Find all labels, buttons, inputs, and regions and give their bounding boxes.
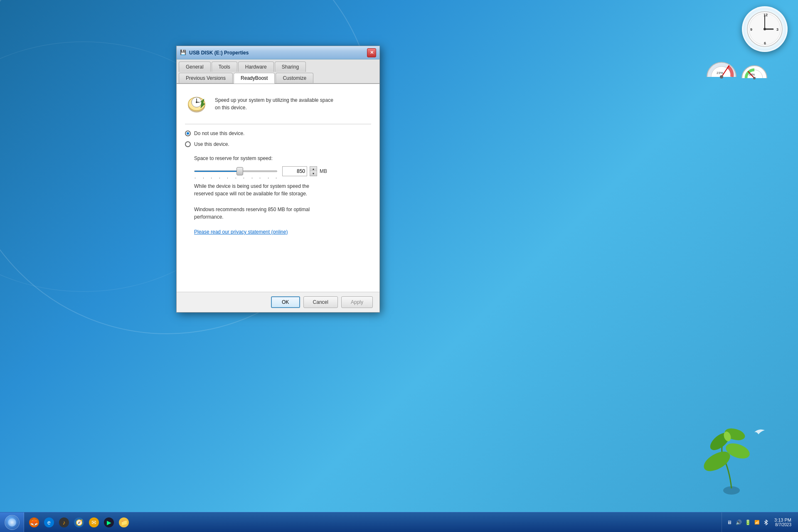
taskbar-icon-winamp[interactable]: ▶ xyxy=(102,516,116,529)
tab-sharing[interactable]: Sharing xyxy=(275,62,306,72)
properties-dialog: 💾 USB DISK (E:) Properties ✕ General Too… xyxy=(176,46,380,313)
slider-thumb[interactable] xyxy=(236,167,243,175)
svg-text:12: 12 xyxy=(764,13,768,17)
taskbar-icon-firefox[interactable]: 🦊 xyxy=(27,516,41,529)
svg-text:98%: 98% xyxy=(749,73,755,76)
svg-point-14 xyxy=(764,28,766,30)
unit-label: MB xyxy=(320,168,327,174)
desktop-background xyxy=(0,0,798,532)
svg-text:23%: 23% xyxy=(717,71,723,75)
spin-down-button[interactable]: ▼ xyxy=(310,171,317,176)
radio-use-device-label: Use this device. xyxy=(194,141,229,147)
radio-use-device[interactable]: Use this device. xyxy=(185,141,371,147)
radio-use-device-button[interactable] xyxy=(185,141,191,147)
taskbar-icon-compass[interactable]: 🧭 xyxy=(72,516,86,529)
svg-point-16 xyxy=(720,75,723,79)
svg-text:3: 3 xyxy=(776,27,778,32)
dialog-content: Speed up your system by utilizing the av… xyxy=(177,84,379,292)
start-orb-inner xyxy=(8,518,16,527)
start-orb xyxy=(5,515,20,530)
system-tray: 🖥 🔊 🔋 📶 3:13 PM 8/7/2023 xyxy=(722,512,798,532)
dialog-footer: OK Cancel Apply xyxy=(177,292,379,312)
radio-do-not-use-label: Do not use this device. xyxy=(194,131,244,136)
space-label: Space to reserve for system speed: xyxy=(194,155,371,161)
clock-tray[interactable]: 3:13 PM 8/7/2023 xyxy=(772,517,794,527)
taskbar-icon-mail[interactable]: ✉ xyxy=(87,516,101,529)
tab-hardware[interactable]: Hardware xyxy=(238,62,274,72)
readyboost-header: Speed up your system by utilizing the av… xyxy=(185,92,371,116)
slider-rail xyxy=(194,170,277,172)
tab-customize[interactable]: Customize xyxy=(276,73,313,83)
taskbar-icons: 🦊 e ♪ 🧭 ✉ ▶ 📁 xyxy=(24,516,134,529)
radio-group: Do not use this device. Use this device. xyxy=(185,131,371,147)
radio-do-not-use-button[interactable] xyxy=(185,131,191,136)
taskbar: 🦊 e ♪ 🧭 ✉ ▶ 📁 🖥 🔊 🔋 📶 xyxy=(0,512,798,532)
slider-track[interactable] xyxy=(194,167,277,175)
svg-text:9: 9 xyxy=(750,27,752,32)
svg-text:6: 6 xyxy=(764,41,766,45)
clock-widget: 12 3 6 9 xyxy=(742,6,788,52)
tab-previous-versions[interactable]: Previous Versions xyxy=(179,73,233,83)
tray-network-bars[interactable]: 📶 xyxy=(754,519,760,526)
ok-button[interactable]: OK xyxy=(271,296,300,308)
readyboost-icon xyxy=(185,92,208,116)
taskbar-icon-explorer[interactable]: 📁 xyxy=(117,516,131,529)
value-input[interactable] xyxy=(282,166,307,176)
svg-point-27 xyxy=(196,101,197,103)
info-text-storage: While the device is being used for syste… xyxy=(194,182,362,197)
tray-time: 3:13 PM xyxy=(774,517,791,522)
spin-buttons[interactable]: ▲ ▼ xyxy=(310,166,317,176)
radio-do-not-use[interactable]: Do not use this device. xyxy=(185,131,371,136)
cancel-button[interactable]: Cancel xyxy=(303,296,338,308)
taskbar-icon-ie[interactable]: e xyxy=(42,516,56,529)
value-input-group[interactable]: ▲ ▼ MB xyxy=(282,166,327,176)
tray-network-icon[interactable]: 🖥 xyxy=(726,519,733,526)
tray-battery-icon[interactable]: 🔋 xyxy=(744,519,751,526)
plant-decoration xyxy=(690,407,773,499)
tab-readyboost[interactable]: ReadyBoost xyxy=(234,73,275,84)
space-section: Space to reserve for system speed: xyxy=(194,155,371,176)
tab-general[interactable]: General xyxy=(179,62,211,72)
speedometer-widget: 23% 98% xyxy=(705,54,769,81)
dialog-close-button[interactable]: ✕ xyxy=(367,48,376,57)
taskbar-icon-media[interactable]: ♪ xyxy=(57,516,71,529)
tray-volume-icon[interactable]: 🔊 xyxy=(735,519,742,526)
dialog-title-icon: 💾 xyxy=(180,49,187,56)
tray-bluetooth-icon[interactable] xyxy=(763,519,769,526)
slider-row: ▲ ▼ MB xyxy=(194,166,371,176)
dialog-title: USB DISK (E:) Properties xyxy=(189,50,367,56)
tab-tools[interactable]: Tools xyxy=(212,62,237,72)
tray-date: 8/7/2023 xyxy=(774,522,791,527)
info-text-recommendation: Windows recommends reserving 850 MB for … xyxy=(194,206,362,221)
privacy-link[interactable]: Please read our privacy statement (onlin… xyxy=(194,229,362,235)
start-button[interactable] xyxy=(0,512,24,532)
svg-point-19 xyxy=(753,77,756,79)
apply-button[interactable]: Apply xyxy=(341,296,373,308)
dialog-titlebar: 💾 USB DISK (E:) Properties ✕ xyxy=(177,46,379,59)
spin-up-button[interactable]: ▲ xyxy=(310,167,317,171)
readyboost-description: Speed up your system by utilizing the av… xyxy=(215,96,333,111)
